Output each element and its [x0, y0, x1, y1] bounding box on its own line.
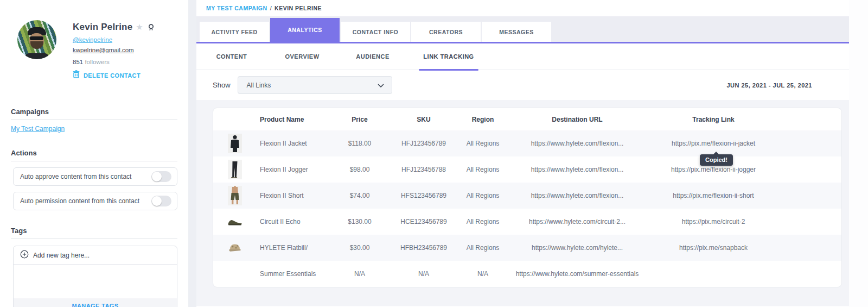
medal-icon: [146, 23, 156, 32]
cell-product-name: Flexion II Short: [257, 183, 333, 209]
breadcrumb: MY TEST CAMPAIGN / KEVIN PELRINE: [196, 0, 849, 16]
cell-destination-url: https://www.hylete.com/flexion...: [505, 156, 649, 183]
contact-analytics-page: Kevin Pelrine @kevinpelrine kwpelrine@gm…: [0, 0, 868, 307]
link-tracking-table: Product Name Price SKU Region Destinatio…: [213, 108, 841, 287]
main-tab-bar: ACTIVITY FEED ANALYTICS CONTACT INFO CRE…: [196, 16, 849, 42]
tab-analytics[interactable]: ANALYTICS: [270, 18, 340, 42]
tab-creators[interactable]: CREATORS: [411, 22, 481, 42]
add-tag-placeholder: Add new tag here...: [33, 252, 90, 259]
cell-price: $130.00: [333, 209, 387, 235]
cell-product-name: Summer Essentials: [257, 261, 333, 287]
cell-destination-url: https://www.hylete.com/flexion...: [505, 130, 649, 156]
header-region: Region: [461, 108, 505, 130]
profile-info: Kevin Pelrine @kevinpelrine kwpelrine@gm…: [73, 20, 156, 80]
cell-sku: N/A: [387, 261, 461, 287]
tab-activity-feed[interactable]: ACTIVITY FEED: [200, 22, 269, 42]
tags-section: Tags Add new tag here... MANAGE TAGS: [0, 227, 188, 307]
avatar: [17, 20, 56, 59]
auto-permission-toggle-card[interactable]: Auto permission content from this contac…: [13, 192, 177, 210]
product-thumb-jogger-image: [214, 160, 256, 179]
breadcrumb-separator: /: [270, 5, 272, 11]
cell-price: N/A: [333, 261, 387, 287]
cell-destination-url: https://www.hylete.com/hylete...: [505, 235, 649, 261]
contact-name: Kevin Pelrine: [73, 22, 132, 33]
contact-email-link[interactable]: kwpelrine@gmail.com: [73, 47, 134, 53]
show-label: Show: [213, 81, 231, 89]
auto-approve-toggle[interactable]: [151, 171, 171, 182]
header-product-name: Product Name: [257, 108, 333, 130]
header-image: [213, 108, 257, 130]
cell-sku: HFJ123456789: [387, 130, 461, 156]
cell-tracking-link: [649, 261, 777, 287]
table-row: Circuit II Echo $130.00 HCE123456789 All…: [213, 209, 841, 235]
subtab-link-tracking[interactable]: LINK TRACKING: [408, 43, 489, 70]
main-panel: MY TEST CAMPAIGN / KEVIN PELRINE ACTIVIT…: [196, 0, 849, 307]
contact-sidebar: Kevin Pelrine @kevinpelrine kwpelrine@gm…: [0, 0, 188, 307]
analytics-subtab-bar: CONTENT OVERVIEW AUDIENCE LINK TRACKING: [196, 43, 849, 70]
table-header-row: Product Name Price SKU Region Destinatio…: [213, 108, 841, 130]
product-thumb-shoe-image: [214, 217, 256, 226]
campaigns-section: Campaigns My Test Campaign: [0, 108, 188, 133]
cell-destination-url: https://www.hylete.com/summer-essentials: [505, 261, 649, 287]
delete-contact-label: DELETE CONTACT: [84, 72, 141, 79]
cell-sku: HCE123456789: [387, 209, 461, 235]
tags-card: Add new tag here... MANAGE TAGS: [13, 246, 177, 307]
followers-count: 851 followers: [73, 59, 156, 65]
campaign-link[interactable]: My Test Campaign: [11, 125, 65, 133]
product-thumb-hat-image: [214, 242, 256, 253]
cell-region: N/A: [461, 261, 505, 287]
divider: [11, 161, 177, 161]
cell-destination-url: https://www.hylete.com/circuit-2...: [505, 209, 649, 235]
auto-approve-label: Auto approve content from this contact: [20, 173, 131, 180]
cell-price: $30.00: [333, 235, 387, 261]
header-sku: SKU: [387, 108, 461, 130]
breadcrumb-contact: KEVIN PELRINE: [275, 5, 322, 11]
cell-region: All Regions: [461, 209, 505, 235]
subtab-overview[interactable]: OVERVIEW: [267, 43, 337, 70]
delete-contact-button[interactable]: DELETE CONTACT: [73, 70, 156, 80]
cell-product-name: Circuit II Echo: [257, 209, 333, 235]
cell-product-name: Flexion II Jogger: [257, 156, 333, 183]
cell-sku: HFBH23456789: [387, 235, 461, 261]
add-tag-input[interactable]: Add new tag here...: [14, 246, 177, 265]
header-tracking-link: Tracking Link: [649, 108, 777, 130]
cell-region: All Regions: [461, 130, 505, 156]
tab-messages[interactable]: MESSAGES: [482, 22, 551, 42]
header-filler: [777, 108, 841, 130]
cell-product-name: HYLETE Flatbill/: [257, 235, 333, 261]
auto-permission-toggle[interactable]: [151, 196, 171, 206]
auto-approve-toggle-card[interactable]: Auto approve content from this contact: [13, 167, 177, 186]
divider: [11, 239, 177, 239]
table-row: HYLETE Flatbill/ $30.00 HFBH23456789 All…: [213, 235, 841, 261]
panel-gap: [188, 0, 196, 307]
manage-tags-button[interactable]: MANAGE TAGS: [14, 298, 177, 307]
contact-handle-link[interactable]: @kevinpelrine: [73, 36, 112, 43]
cell-tracking-link[interactable]: https://pix.me/circuit-2: [649, 209, 777, 235]
trash-icon: [73, 70, 80, 80]
links-filter-dropdown[interactable]: All Links: [238, 76, 392, 94]
header-price: Price: [333, 108, 387, 130]
cell-price: $118.00: [333, 130, 387, 156]
product-thumb-jacket-image: [214, 134, 256, 153]
cell-tracking-link[interactable]: https://pix.me/flexion-ii-short: [649, 183, 777, 209]
table-row: Flexion II Short $74.00 HFS123456789 All…: [213, 183, 841, 209]
table-row: Flexion II Jogger $98.00 HFJ123456788 Al…: [213, 156, 841, 183]
header-destination-url: Destination URL: [505, 108, 649, 130]
cell-product-name: Flexion II Jacket: [257, 130, 333, 156]
table-row: Summer Essentials N/A N/A N/A https://ww…: [213, 261, 841, 287]
product-thumb-short-image: [214, 186, 256, 205]
manage-tags-label: MANAGE TAGS: [72, 303, 118, 307]
cell-region: All Regions: [461, 156, 505, 183]
cell-price: $98.00: [333, 156, 387, 183]
link-tracking-content: Product Name Price SKU Region Destinatio…: [196, 100, 849, 306]
tab-contact-info[interactable]: CONTACT INFO: [341, 22, 410, 42]
campaigns-heading: Campaigns: [11, 108, 177, 116]
actions-section: Actions Auto approve content from this c…: [0, 149, 188, 210]
subtab-content[interactable]: CONTENT: [196, 43, 267, 70]
subtab-audience[interactable]: AUDIENCE: [337, 43, 408, 70]
cell-tracking-link[interactable]: https://pix.me/snapback: [649, 235, 777, 261]
star-icon: [136, 22, 143, 32]
auto-permission-label: Auto permission content from this contac…: [20, 197, 139, 205]
filter-row: Show All Links JUN 25, 2021 - JUL 25, 20…: [196, 70, 849, 100]
breadcrumb-campaign-link[interactable]: MY TEST CAMPAIGN: [206, 5, 267, 11]
